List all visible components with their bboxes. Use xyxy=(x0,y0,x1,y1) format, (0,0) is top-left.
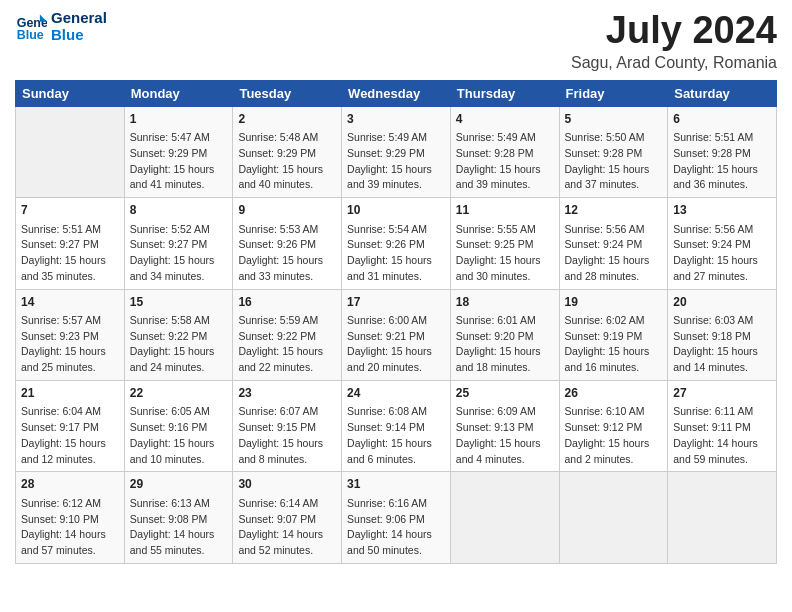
day-number: 23 xyxy=(238,385,336,402)
day-info: Sunrise: 5:58 AMSunset: 9:22 PMDaylight:… xyxy=(130,313,228,376)
day-number: 3 xyxy=(347,111,445,128)
day-info: Sunrise: 6:10 AMSunset: 9:12 PMDaylight:… xyxy=(565,404,663,467)
day-cell: 24Sunrise: 6:08 AMSunset: 9:14 PMDayligh… xyxy=(342,380,451,471)
day-cell: 31Sunrise: 6:16 AMSunset: 9:06 PMDayligh… xyxy=(342,472,451,563)
day-number: 25 xyxy=(456,385,554,402)
day-cell: 7Sunrise: 5:51 AMSunset: 9:27 PMDaylight… xyxy=(16,198,125,289)
day-number: 30 xyxy=(238,476,336,493)
day-cell: 18Sunrise: 6:01 AMSunset: 9:20 PMDayligh… xyxy=(450,289,559,380)
day-cell: 15Sunrise: 5:58 AMSunset: 9:22 PMDayligh… xyxy=(124,289,233,380)
day-number: 24 xyxy=(347,385,445,402)
day-info: Sunrise: 6:00 AMSunset: 9:21 PMDaylight:… xyxy=(347,313,445,376)
day-number: 20 xyxy=(673,294,771,311)
title-block: July 2024 Sagu, Arad County, Romania xyxy=(571,10,777,72)
day-number: 13 xyxy=(673,202,771,219)
day-info: Sunrise: 6:12 AMSunset: 9:10 PMDaylight:… xyxy=(21,496,119,559)
day-info: Sunrise: 6:13 AMSunset: 9:08 PMDaylight:… xyxy=(130,496,228,559)
day-cell: 10Sunrise: 5:54 AMSunset: 9:26 PMDayligh… xyxy=(342,198,451,289)
day-cell: 14Sunrise: 5:57 AMSunset: 9:23 PMDayligh… xyxy=(16,289,125,380)
week-row-2: 7Sunrise: 5:51 AMSunset: 9:27 PMDaylight… xyxy=(16,198,777,289)
logo: General Blue General Blue xyxy=(15,10,107,43)
day-info: Sunrise: 6:11 AMSunset: 9:11 PMDaylight:… xyxy=(673,404,771,467)
month-title: July 2024 xyxy=(571,10,777,52)
day-number: 5 xyxy=(565,111,663,128)
day-cell: 9Sunrise: 5:53 AMSunset: 9:26 PMDaylight… xyxy=(233,198,342,289)
day-info: Sunrise: 6:01 AMSunset: 9:20 PMDaylight:… xyxy=(456,313,554,376)
day-cell: 4Sunrise: 5:49 AMSunset: 9:28 PMDaylight… xyxy=(450,106,559,197)
calendar-table: SundayMondayTuesdayWednesdayThursdayFrid… xyxy=(15,80,777,564)
day-cell: 27Sunrise: 6:11 AMSunset: 9:11 PMDayligh… xyxy=(668,380,777,471)
day-info: Sunrise: 6:02 AMSunset: 9:19 PMDaylight:… xyxy=(565,313,663,376)
day-number: 28 xyxy=(21,476,119,493)
day-cell: 2Sunrise: 5:48 AMSunset: 9:29 PMDaylight… xyxy=(233,106,342,197)
day-info: Sunrise: 5:54 AMSunset: 9:26 PMDaylight:… xyxy=(347,222,445,285)
week-row-4: 21Sunrise: 6:04 AMSunset: 9:17 PMDayligh… xyxy=(16,380,777,471)
day-cell xyxy=(668,472,777,563)
day-number: 27 xyxy=(673,385,771,402)
day-cell: 28Sunrise: 6:12 AMSunset: 9:10 PMDayligh… xyxy=(16,472,125,563)
day-number: 16 xyxy=(238,294,336,311)
day-cell xyxy=(16,106,125,197)
day-cell: 12Sunrise: 5:56 AMSunset: 9:24 PMDayligh… xyxy=(559,198,668,289)
day-info: Sunrise: 5:56 AMSunset: 9:24 PMDaylight:… xyxy=(565,222,663,285)
week-row-1: 1Sunrise: 5:47 AMSunset: 9:29 PMDaylight… xyxy=(16,106,777,197)
day-info: Sunrise: 5:52 AMSunset: 9:27 PMDaylight:… xyxy=(130,222,228,285)
day-number: 17 xyxy=(347,294,445,311)
day-info: Sunrise: 5:49 AMSunset: 9:28 PMDaylight:… xyxy=(456,130,554,193)
day-info: Sunrise: 6:03 AMSunset: 9:18 PMDaylight:… xyxy=(673,313,771,376)
day-info: Sunrise: 5:55 AMSunset: 9:25 PMDaylight:… xyxy=(456,222,554,285)
header-cell-monday: Monday xyxy=(124,80,233,106)
day-cell: 20Sunrise: 6:03 AMSunset: 9:18 PMDayligh… xyxy=(668,289,777,380)
header-row: SundayMondayTuesdayWednesdayThursdayFrid… xyxy=(16,80,777,106)
day-cell: 1Sunrise: 5:47 AMSunset: 9:29 PMDaylight… xyxy=(124,106,233,197)
day-number: 26 xyxy=(565,385,663,402)
day-cell xyxy=(450,472,559,563)
day-cell: 19Sunrise: 6:02 AMSunset: 9:19 PMDayligh… xyxy=(559,289,668,380)
week-row-5: 28Sunrise: 6:12 AMSunset: 9:10 PMDayligh… xyxy=(16,472,777,563)
day-number: 14 xyxy=(21,294,119,311)
week-row-3: 14Sunrise: 5:57 AMSunset: 9:23 PMDayligh… xyxy=(16,289,777,380)
day-number: 10 xyxy=(347,202,445,219)
day-info: Sunrise: 6:14 AMSunset: 9:07 PMDaylight:… xyxy=(238,496,336,559)
day-number: 1 xyxy=(130,111,228,128)
day-cell: 21Sunrise: 6:04 AMSunset: 9:17 PMDayligh… xyxy=(16,380,125,471)
location-subtitle: Sagu, Arad County, Romania xyxy=(571,54,777,72)
day-number: 7 xyxy=(21,202,119,219)
day-number: 12 xyxy=(565,202,663,219)
day-number: 19 xyxy=(565,294,663,311)
day-info: Sunrise: 5:51 AMSunset: 9:28 PMDaylight:… xyxy=(673,130,771,193)
day-number: 21 xyxy=(21,385,119,402)
day-number: 8 xyxy=(130,202,228,219)
day-cell: 6Sunrise: 5:51 AMSunset: 9:28 PMDaylight… xyxy=(668,106,777,197)
day-info: Sunrise: 5:59 AMSunset: 9:22 PMDaylight:… xyxy=(238,313,336,376)
day-cell: 30Sunrise: 6:14 AMSunset: 9:07 PMDayligh… xyxy=(233,472,342,563)
day-number: 6 xyxy=(673,111,771,128)
day-cell: 8Sunrise: 5:52 AMSunset: 9:27 PMDaylight… xyxy=(124,198,233,289)
day-info: Sunrise: 5:57 AMSunset: 9:23 PMDaylight:… xyxy=(21,313,119,376)
day-number: 2 xyxy=(238,111,336,128)
day-info: Sunrise: 5:48 AMSunset: 9:29 PMDaylight:… xyxy=(238,130,336,193)
day-info: Sunrise: 5:56 AMSunset: 9:24 PMDaylight:… xyxy=(673,222,771,285)
day-cell: 25Sunrise: 6:09 AMSunset: 9:13 PMDayligh… xyxy=(450,380,559,471)
header-cell-friday: Friday xyxy=(559,80,668,106)
day-info: Sunrise: 6:05 AMSunset: 9:16 PMDaylight:… xyxy=(130,404,228,467)
day-number: 15 xyxy=(130,294,228,311)
day-info: Sunrise: 6:07 AMSunset: 9:15 PMDaylight:… xyxy=(238,404,336,467)
header-cell-tuesday: Tuesday xyxy=(233,80,342,106)
logo-icon: General Blue xyxy=(15,11,47,43)
day-number: 31 xyxy=(347,476,445,493)
svg-text:Blue: Blue xyxy=(17,28,44,42)
header-cell-wednesday: Wednesday xyxy=(342,80,451,106)
day-info: Sunrise: 5:50 AMSunset: 9:28 PMDaylight:… xyxy=(565,130,663,193)
day-cell xyxy=(559,472,668,563)
day-cell: 23Sunrise: 6:07 AMSunset: 9:15 PMDayligh… xyxy=(233,380,342,471)
day-info: Sunrise: 5:49 AMSunset: 9:29 PMDaylight:… xyxy=(347,130,445,193)
header-cell-thursday: Thursday xyxy=(450,80,559,106)
day-cell: 22Sunrise: 6:05 AMSunset: 9:16 PMDayligh… xyxy=(124,380,233,471)
day-number: 29 xyxy=(130,476,228,493)
day-number: 9 xyxy=(238,202,336,219)
day-info: Sunrise: 5:53 AMSunset: 9:26 PMDaylight:… xyxy=(238,222,336,285)
day-cell: 17Sunrise: 6:00 AMSunset: 9:21 PMDayligh… xyxy=(342,289,451,380)
day-info: Sunrise: 5:47 AMSunset: 9:29 PMDaylight:… xyxy=(130,130,228,193)
day-number: 18 xyxy=(456,294,554,311)
